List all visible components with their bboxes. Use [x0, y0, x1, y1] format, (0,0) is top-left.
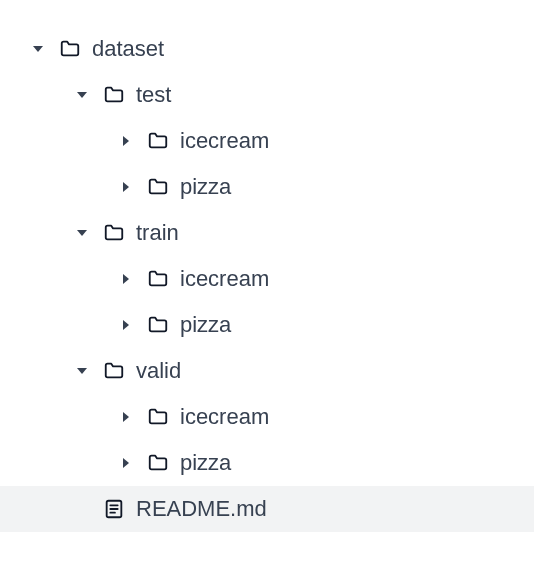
folder-icon [102, 359, 126, 383]
chevron-right-icon[interactable] [116, 269, 136, 289]
tree-node-label: train [136, 210, 179, 256]
chevron-right-icon[interactable] [116, 177, 136, 197]
folder-icon [58, 37, 82, 61]
tree-node-label: dataset [92, 26, 164, 72]
tree-node-label: README.md [136, 486, 267, 532]
tree-row-test[interactable]: test [0, 72, 534, 118]
folder-icon [102, 221, 126, 245]
chevron-down-icon[interactable] [72, 361, 92, 381]
chevron-down-icon[interactable] [28, 39, 48, 59]
tree-row-test-pizza[interactable]: pizza [0, 164, 534, 210]
chevron-down-icon[interactable] [72, 223, 92, 243]
tree-node-label: icecream [180, 394, 269, 440]
folder-icon [146, 175, 170, 199]
folder-icon [146, 129, 170, 153]
tree-row-valid[interactable]: valid [0, 348, 534, 394]
tree-node-label: pizza [180, 302, 231, 348]
document-icon [102, 497, 126, 521]
chevron-right-icon[interactable] [116, 407, 136, 427]
tree-row-readme[interactable]: README.md [0, 486, 534, 532]
tree-node-label: test [136, 72, 171, 118]
chevron-right-icon[interactable] [116, 453, 136, 473]
tree-row-train[interactable]: train [0, 210, 534, 256]
chevron-right-icon[interactable] [116, 315, 136, 335]
folder-icon [102, 83, 126, 107]
tree-node-label: pizza [180, 164, 231, 210]
tree-node-label: valid [136, 348, 181, 394]
tree-node-label: icecream [180, 118, 269, 164]
tree-row-valid-pizza[interactable]: pizza [0, 440, 534, 486]
tree-row-valid-icecream[interactable]: icecream [0, 394, 534, 440]
tree-row-train-pizza[interactable]: pizza [0, 302, 534, 348]
chevron-right-icon[interactable] [116, 131, 136, 151]
chevron-down-icon[interactable] [72, 85, 92, 105]
folder-icon [146, 313, 170, 337]
tree-row-test-icecream[interactable]: icecream [0, 118, 534, 164]
tree-node-label: pizza [180, 440, 231, 486]
tree-node-label: icecream [180, 256, 269, 302]
folder-icon [146, 267, 170, 291]
folder-icon [146, 451, 170, 475]
toggle-placeholder [72, 499, 92, 519]
file-tree: dataset test icecream pizza [0, 0, 534, 532]
folder-icon [146, 405, 170, 429]
tree-row-train-icecream[interactable]: icecream [0, 256, 534, 302]
tree-row-dataset[interactable]: dataset [0, 26, 534, 72]
